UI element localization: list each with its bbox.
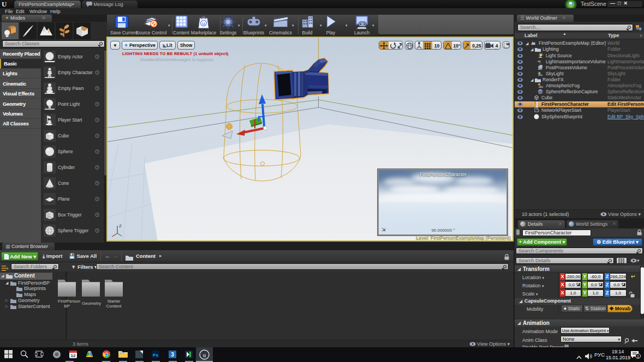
svg-text:☀: ☀ [538,71,541,75]
svg-text:12: 12 [71,353,76,358]
svg-text:u: u [203,352,206,358]
svg-text:3: 3 [171,352,174,358]
svg-text:*!: *! [538,59,541,64]
svg-text:Ps: Ps [153,353,158,358]
svg-text:Z: Z [119,224,122,228]
svg-text:u: u [202,21,205,26]
